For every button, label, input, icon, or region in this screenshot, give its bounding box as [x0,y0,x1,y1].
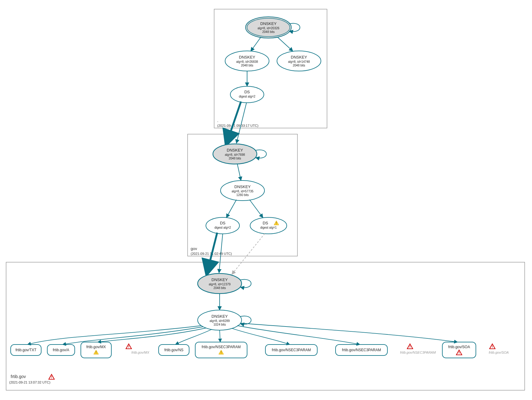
node-frtib-zsk: DNSKEY alg=8, id=8289 1024 bits [198,310,242,330]
edge-frtib-ksk-self [240,280,251,288]
svg-text:alg=8, id=57735: alg=8, id=57735 [232,190,253,193]
zone-gov-label: gov [191,246,197,251]
svg-text:alg=8, id=20326: alg=8, id=20326 [257,27,279,30]
edge-gov-ksk-zsk [237,164,241,180]
svg-point-13 [230,86,264,103]
svg-text:frtib.gov/A: frtib.gov/A [53,348,69,352]
leaf-txt: frtib.gov/TXT [11,345,41,355]
svg-text:alg=8, id=26838: alg=8, id=26838 [236,60,258,63]
zone-root-timestamp: (2021-09-21 09:33:17 UTC) [217,124,258,127]
svg-text:1024 bits: 1024 bits [214,323,226,326]
svg-text:!: ! [458,351,460,355]
node-gov-zsk: DNSKEY alg=8, id=57735 1280 bits [221,180,264,201]
edge-gov-ksk-self [256,150,266,158]
edge-frtib-zsk-self [240,316,251,324]
leaf-n3p-nx: ! frtib.gov/NSEC3PARAM [400,344,436,354]
svg-text:alg=8, id=14748: alg=8, id=14748 [288,60,310,63]
svg-text:DS: DS [263,221,268,225]
svg-text:!: ! [95,351,96,354]
svg-text:frtib.gov/MX: frtib.gov/MX [131,351,149,354]
edge-gov-zsk-ds1 [226,200,236,218]
error-icon: ! [490,344,495,349]
svg-text:frtib.gov/NSEC3PARAM: frtib.gov/NSEC3PARAM [272,348,311,352]
edge-zsk-soa [240,323,458,342]
svg-text:!: ! [492,345,493,348]
edge-zsk-txt [27,326,201,345]
zone-frtib-label: frtib.gov [11,374,26,379]
svg-text:!: ! [128,345,129,348]
svg-text:2048 bits: 2048 bits [293,64,305,67]
node-root-ds: DS digest alg=2 [230,86,264,103]
svg-text:!: ! [221,351,221,354]
svg-text:DNSKEY: DNSKEY [239,55,255,59]
edge-zsk-a [63,327,203,345]
svg-text:digest alg=1: digest alg=1 [260,226,277,229]
svg-point-24 [206,217,239,234]
node-gov-ds1: DS digest alg=2 [206,217,239,234]
svg-text:DNSKEY: DNSKEY [260,21,277,26]
svg-text:alg=8, id=7698: alg=8, id=7698 [225,153,245,156]
svg-text:frtib.gov/TXT: frtib.gov/TXT [16,348,37,352]
leaf-n3p1: frtib.gov/NSEC3PARAM ! [195,342,247,358]
svg-text:frtib.gov/NS: frtib.gov/NS [164,348,184,352]
svg-text:DS: DS [220,221,225,225]
edge-gov-zsk-ds2 [250,200,263,218]
svg-text:alg=8, id=12379: alg=8, id=12379 [209,283,231,286]
error-icon: ! [126,344,131,349]
leaf-soa-nx: ! frtib.gov/SOA [489,344,509,354]
svg-text:alg=8, id=8289: alg=8, id=8289 [210,319,230,323]
leaf-ns: frtib.gov/NS [159,345,189,355]
leaf-soa: frtib.gov/SOA ! [442,342,476,358]
dnssec-graph: . (2021-09-21 09:33:17 UTC) gov (2021-09… [0,0,532,400]
edge-root-ksk-zsk1 [251,37,261,51]
svg-text:!: ! [276,222,277,225]
svg-text:frtib.gov/SOA: frtib.gov/SOA [448,345,470,349]
node-root-zsk2: DNSKEY alg=8, id=14748 2048 bits [277,51,321,71]
edge-root-ksk-zsk2 [278,37,293,51]
svg-text:2048 bits: 2048 bits [262,30,275,34]
zone-frtib-error-icon: ! [49,374,54,379]
svg-text:!: ! [51,375,52,379]
svg-text:DNSKEY: DNSKEY [227,148,243,152]
svg-text:digest alg=2: digest alg=2 [239,95,256,98]
zone-frtib-timestamp: (2021-09-21 13:07:32 UTC) [9,380,50,384]
svg-text:frtib.gov/NSEC3PARAM: frtib.gov/NSEC3PARAM [342,348,381,352]
leaf-mx: frtib.gov/MX ! [81,342,111,358]
svg-text:frtib.gov/NSEC3PARAM: frtib.gov/NSEC3PARAM [400,351,436,354]
svg-text:!: ! [409,345,411,348]
svg-text:frtib.gov/SOA: frtib.gov/SOA [489,351,509,354]
leaf-n3p2: frtib.gov/NSEC3PARAM [265,345,317,355]
edge-zsk-mx [98,328,206,342]
svg-text:2048 bits: 2048 bits [229,157,241,160]
svg-text:DS: DS [244,90,250,94]
node-frtib-ksk: DNSKEY alg=8, id=12379 2048 bits [198,273,242,294]
leaf-a: frtib.gov/A [47,345,75,355]
svg-text:2048 bits: 2048 bits [241,64,253,67]
node-gov-ksk: DNSKEY alg=8, id=7698 2048 bits [213,144,257,164]
node-root-ksk: DNSKEY alg=8, id=20326 2048 bits [246,17,291,38]
svg-point-27 [250,217,287,234]
leaf-n3p3: frtib.gov/NSEC3PARAM [336,345,387,355]
svg-text:frtib.gov/MX: frtib.gov/MX [86,345,106,349]
svg-text:frtib.gov/NSEC3PARAM: frtib.gov/NSEC3PARAM [202,345,241,349]
svg-text:digest alg=2: digest alg=2 [214,226,231,229]
zone-frtib-box [6,262,525,390]
svg-text:DNSKEY: DNSKEY [234,184,251,189]
edge-root-ds-gov-ksk-thick [226,102,241,144]
svg-text:DNSKEY: DNSKEY [211,277,228,282]
node-gov-ds2: DS digest alg=1 [250,217,287,234]
edge-gov-ds2-frtib-dashed [232,234,265,274]
svg-text:1280 bits: 1280 bits [236,193,249,197]
error-icon: ! [407,344,413,349]
svg-text:DNSKEY: DNSKEY [211,314,228,319]
leaf-mx-nx: ! frtib.gov/MX [126,344,149,354]
svg-text:2048 bits: 2048 bits [214,286,226,290]
svg-text:DNSKEY: DNSKEY [291,55,307,59]
node-root-zsk1: DNSKEY alg=8, id=26838 2048 bits [225,51,269,71]
edge-zsk-n3p1 [220,330,220,342]
zone-root-label: . [217,118,218,123]
